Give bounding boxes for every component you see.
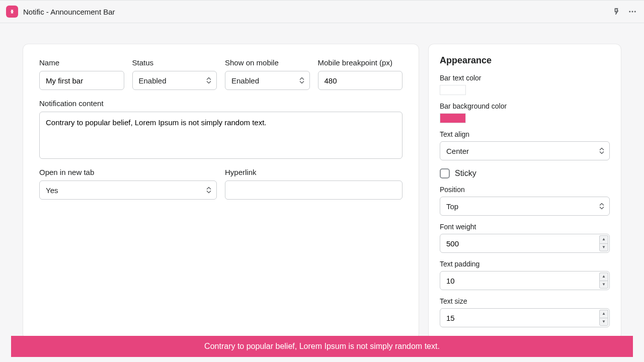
text-padding-input[interactable]: ▲ ▼ <box>440 271 610 290</box>
hyperlink-label: Hyperlink <box>225 168 403 176</box>
sticky-label: Sticky <box>455 169 476 178</box>
text-size-input[interactable]: ▲ ▼ <box>440 308 610 327</box>
show-mobile-label: Show on mobile <box>225 58 310 67</box>
bg-color-label: Bar background color <box>440 102 610 110</box>
chevron-updown-icon <box>206 77 211 84</box>
position-label: Position <box>440 186 610 194</box>
stepper-up-icon[interactable]: ▲ <box>599 273 608 281</box>
chevron-updown-icon <box>599 203 604 210</box>
name-label: Name <box>39 58 124 67</box>
stepper-down-icon[interactable]: ▼ <box>599 243 608 252</box>
chevron-updown-icon <box>599 148 604 154</box>
sticky-checkbox[interactable] <box>440 168 450 178</box>
chevron-updown-icon <box>206 187 211 194</box>
text-color-label: Bar text color <box>440 74 610 82</box>
show-mobile-select[interactable]: Enabled <box>225 71 310 90</box>
content-label: Notification content <box>39 99 403 108</box>
font-weight-input[interactable]: ▲ ▼ <box>440 234 610 253</box>
chevron-updown-icon <box>299 77 304 84</box>
content-textarea[interactable] <box>39 112 403 159</box>
svg-point-1 <box>632 11 633 13</box>
status-label: Status <box>132 58 217 67</box>
stepper-up-icon[interactable]: ▲ <box>599 310 608 318</box>
preview-bar: Contrary to popular belief, Lorem Ipsum … <box>11 336 633 357</box>
name-input[interactable] <box>39 71 124 90</box>
font-weight-label: Font weight <box>440 223 610 231</box>
bg-color-swatch[interactable] <box>440 113 466 123</box>
app-icon <box>6 6 18 18</box>
stepper-down-icon[interactable]: ▼ <box>599 281 608 289</box>
breakpoint-input[interactable] <box>318 71 403 90</box>
appearance-card: Appearance Bar text color Bar background… <box>429 44 621 339</box>
svg-point-2 <box>634 11 636 13</box>
text-color-swatch[interactable] <box>440 85 466 95</box>
breakpoint-label: Mobile breakpoint (px) <box>318 58 403 67</box>
hyperlink-input[interactable] <box>225 180 403 200</box>
status-select[interactable]: Enabled <box>132 71 217 90</box>
text-size-label: Text size <box>440 297 610 305</box>
position-select[interactable]: Top <box>440 197 610 216</box>
text-align-select[interactable]: Center <box>440 141 610 160</box>
newtab-label: Open in new tab <box>39 168 217 176</box>
svg-point-0 <box>629 11 630 13</box>
stepper-down-icon[interactable]: ▼ <box>599 318 608 326</box>
topbar: Notific - Announcement Bar <box>0 0 644 23</box>
newtab-select[interactable]: Yes <box>39 180 217 200</box>
settings-card: Name Status Enabled Show on mobile <box>23 44 419 339</box>
stepper-up-icon[interactable]: ▲ <box>599 235 608 243</box>
text-padding-label: Text padding <box>440 260 610 268</box>
pin-icon[interactable] <box>611 6 622 17</box>
text-align-label: Text align <box>440 130 610 138</box>
app-title: Notific - Announcement Bar <box>23 8 115 16</box>
appearance-title: Appearance <box>440 55 610 66</box>
more-icon[interactable] <box>627 6 638 17</box>
